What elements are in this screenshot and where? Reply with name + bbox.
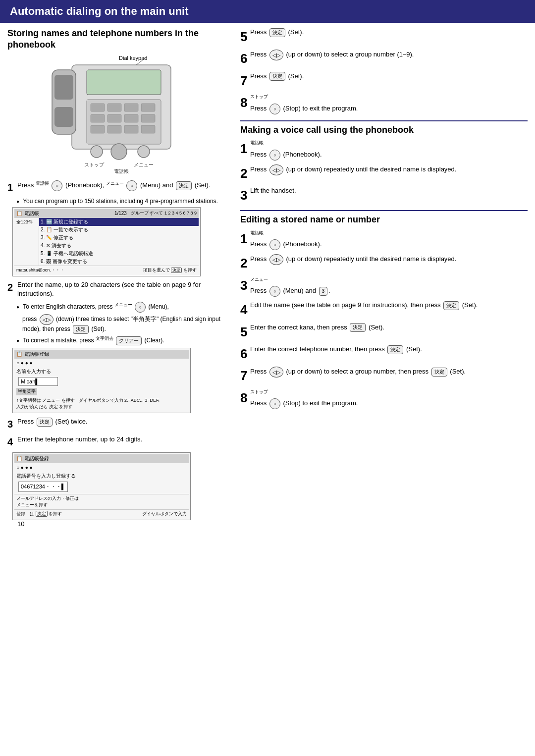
svg-rect-10 xyxy=(91,114,105,122)
set-button-step2[interactable]: 決定 xyxy=(73,325,89,334)
screen3-phone-input[interactable]: 04671234・・・▌ xyxy=(18,482,68,492)
step5-right-block: 5 Press 決定 (Set). xyxy=(240,28,528,46)
screen1-title: 📋 電話帳 1/123 グループ すべて 1 2 3 4 5 6 7 8 9 xyxy=(14,209,199,218)
screen2-title: 📋 電話帳登録 xyxy=(14,350,189,359)
edit-step7-number: 7 xyxy=(240,367,249,384)
step7-right-content: Press 決定 (Set). xyxy=(250,72,528,81)
svg-rect-11 xyxy=(107,114,121,122)
step1-set-label: (Set). xyxy=(195,181,211,189)
arrow-button-edit7[interactable]: ◁▷ xyxy=(269,367,283,378)
right-column: 5 Press 決定 (Set). 6 Press ◁▷ (up or down… xyxy=(240,28,528,533)
svg-rect-14 xyxy=(91,125,105,133)
menu-button2[interactable]: ○ xyxy=(135,302,146,313)
screen1-body: 全123件 1. 🆕 新規に登録する 2. 📋 一覧で表示する 3. ✏️ 修正… xyxy=(14,218,199,266)
phonebook-button-edit1[interactable]: ○ xyxy=(269,239,280,250)
svg-rect-17 xyxy=(141,125,155,133)
phone-svg: ストップ メニュー 電話帳 xyxy=(42,55,201,174)
page-header: Automatic dialing on the main unit xyxy=(0,0,535,23)
voice-step2-content: Press ◁▷ (up or down) repeatedly until t… xyxy=(250,164,528,175)
voice-step3-block: 3 Lift the handset. xyxy=(240,186,528,204)
bullet-150-stations: You can program up to 150 stations, incl… xyxy=(16,198,235,205)
menu-kanji-edit3: メニュー xyxy=(250,277,268,282)
menu-button[interactable]: ○ xyxy=(126,180,137,191)
stop-button-step8[interactable]: ○ xyxy=(269,104,280,114)
step8-right-content: ストップ Press ○ (Stop) to exit the program. xyxy=(250,94,528,114)
menu-button-edit3[interactable]: ○ xyxy=(269,286,280,297)
edit-step8-line: 8 ストップ Press ○ (Stop) to exit the progra… xyxy=(240,389,528,410)
set-button-edit7[interactable]: 決定 xyxy=(431,368,447,377)
screen1-items: 1. 🆕 新規に登録する 2. 📋 一覧で表示する 3. ✏️ 修正する 4. … xyxy=(39,218,199,266)
screen2-note1: ↑文字切替は メニュー を押す入力が済んだら 決定 を押す xyxy=(16,397,75,410)
screen2-label: 名前を入力する xyxy=(14,367,189,376)
step4-left-block: 4 Enter the telephone number, up to 24 d… xyxy=(7,435,235,520)
three-button-edit3[interactable]: 3 xyxy=(319,287,328,296)
arrow-button-voice2[interactable]: ◁▷ xyxy=(269,164,283,175)
clear-button[interactable]: クリアー xyxy=(116,336,142,345)
edit-step5-content: Enter the correct kana, then press 決定 (S… xyxy=(250,323,528,332)
bullet-english: To enter English characters, press メニュー … xyxy=(16,302,235,313)
edit-step1-number: 1 xyxy=(240,230,249,248)
page-number: 10 xyxy=(17,520,245,528)
edit-step6-block: 6 Enter the correct telephone number, th… xyxy=(240,345,528,363)
edit-step5-line: 5 Enter the correct kana, then press 決定 … xyxy=(240,323,528,341)
voice-step2-line: 2 Press ◁▷ (up or down) repeatedly until… xyxy=(240,164,528,182)
screen3-title: 📋 電話帳登録 xyxy=(14,454,189,463)
svg-rect-2 xyxy=(54,75,73,100)
edit-step4-number: 4 xyxy=(240,301,249,319)
set-button-step3[interactable]: 決定 xyxy=(37,418,53,427)
screen3-reg: 登録 は 決定 を押す xyxy=(16,511,62,517)
svg-text:メニュー: メニュー xyxy=(134,162,154,167)
svg-point-18 xyxy=(91,146,103,158)
edit-step4-line: 4 Edit the name (see the table on page 9… xyxy=(240,301,528,319)
step5-right-line: 5 Press 決定 (Set). xyxy=(240,28,528,46)
voice-step1-line: 1 電話帳 Press ○ (Phonebook). xyxy=(240,140,528,161)
set-button-edit5[interactable]: 決定 xyxy=(350,323,366,332)
edit-step4-block: 4 Edit the name (see the table on page 9… xyxy=(240,301,528,319)
set-button-edit6[interactable]: 決定 xyxy=(387,345,403,354)
edit-step1-line: 1 電話帳 Press ○ (Phonebook). xyxy=(240,230,528,251)
voice-step1-number: 1 xyxy=(240,140,249,158)
phonebook-screen1: 📋 電話帳 1/123 グループ すべて 1 2 3 4 5 6 7 8 9 全… xyxy=(12,207,201,276)
set-button-step1[interactable]: 決定 xyxy=(176,181,192,190)
voice-step3-line: 3 Lift the handset. xyxy=(240,186,528,204)
step5-right-number: 5 xyxy=(240,28,249,46)
svg-text:電話帳: 電話帳 xyxy=(114,168,129,174)
step2-number: 2 xyxy=(7,280,16,294)
svg-rect-7 xyxy=(107,104,121,111)
svg-rect-16 xyxy=(124,125,138,133)
svg-point-20 xyxy=(138,146,150,158)
step3-left-number: 3 xyxy=(7,417,16,431)
screen2-hint: ダイヤルボタンで入力 2.=ABC... 3=DEF. xyxy=(79,397,160,410)
set-button-edit4[interactable]: 決定 xyxy=(443,301,459,310)
arrow-button-step2[interactable]: ◁▷ xyxy=(40,314,54,325)
screen1-phonebook-label: 電話帳 xyxy=(24,210,39,217)
clear-kanji: 文字消去 xyxy=(96,336,113,341)
screen3-label1: 電話番号を入力し登録する xyxy=(14,472,189,481)
phonebook-button[interactable]: ○ xyxy=(52,180,62,191)
arrow-button-edit2[interactable]: ◁▷ xyxy=(269,254,283,265)
editing-section: Editing a stored name or number 1 電話帳 Pr… xyxy=(240,214,528,409)
edit-step5-number: 5 xyxy=(240,323,249,341)
steps-5-8-section: 5 Press 決定 (Set). 6 Press ◁▷ (up or down… xyxy=(240,28,528,114)
svg-rect-8 xyxy=(124,104,138,111)
phonebook-button-voice1[interactable]: ○ xyxy=(269,150,280,161)
screen3-icons: ○ ● ● ● xyxy=(14,463,189,472)
menu-kanji-label: メニュー xyxy=(106,181,124,186)
set-button-step7[interactable]: 決定 xyxy=(269,72,285,81)
step8-right-number: 8 xyxy=(240,94,249,111)
arrow-button-step6[interactable]: ◁▷ xyxy=(269,50,283,60)
voice-step1-block: 1 電話帳 Press ○ (Phonebook). xyxy=(240,140,528,161)
step7-right-block: 7 Press 決定 (Set). xyxy=(240,72,528,90)
voice-step3-number: 3 xyxy=(240,186,249,204)
screen2-icon-circle: ○ ● ● ● xyxy=(16,360,33,366)
voice-step1-content: 電話帳 Press ○ (Phonebook). xyxy=(250,140,528,161)
set-button-step5[interactable]: 決定 xyxy=(269,28,285,37)
edit-step1-block: 1 電話帳 Press ○ (Phonebook). xyxy=(240,230,528,251)
screen2-name-input[interactable]: Micah▌ xyxy=(18,377,58,386)
phonebook-kanji-voice1: 電話帳 xyxy=(250,140,264,145)
stop-button-edit8[interactable]: ○ xyxy=(269,398,280,409)
screen3-bottom: 登録 は 決定 を押す ダイヤルボタンで入力 xyxy=(14,509,189,518)
voice-call-section: Making a voice call using the phonebook … xyxy=(240,124,528,205)
step3-left-block: 3 Press 決定 (Set) twice. xyxy=(7,417,235,431)
step4-left-line: 4 Enter the telephone number, up to 24 d… xyxy=(7,435,235,449)
